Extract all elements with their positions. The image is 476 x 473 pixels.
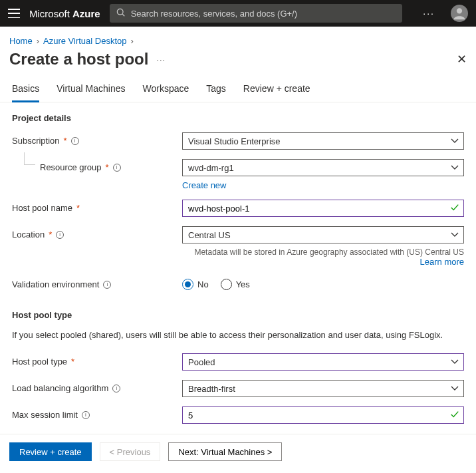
user-avatar[interactable] [451, 5, 468, 22]
learn-more-link[interactable]: Learn more [420, 257, 464, 267]
breadcrumb-home[interactable]: Home [9, 36, 33, 46]
max-session-input[interactable] [182, 406, 464, 424]
info-icon[interactable]: i [71, 137, 79, 145]
section-host-pool-type: Host pool type [12, 310, 464, 320]
search-icon [116, 8, 126, 19]
host-pool-name-input[interactable] [182, 200, 464, 217]
required-icon: * [64, 136, 67, 146]
close-button[interactable]: ✕ [457, 52, 467, 67]
load-balancing-label: Load balancing algorithm [12, 383, 108, 393]
info-icon[interactable]: i [82, 411, 90, 419]
tab-workspace[interactable]: Workspace [142, 78, 189, 102]
breadcrumb: Home › Azure Virtual Desktop › [0, 27, 476, 50]
create-new-link[interactable]: Create new [182, 180, 226, 190]
required-icon: * [71, 357, 74, 367]
menu-toggle[interactable] [8, 9, 20, 18]
location-label: Location [12, 230, 45, 239]
resource-group-label: Resource group [40, 162, 102, 172]
host-pool-type-select[interactable]: Pooled [182, 353, 464, 371]
tab-virtual-machines[interactable]: Virtual Machines [57, 78, 125, 102]
previous-button: < Previous [100, 442, 161, 461]
review-create-button[interactable]: Review + create [9, 442, 92, 461]
tab-review-create[interactable]: Review + create [243, 78, 310, 102]
validation-env-label: Validation environment [12, 279, 99, 289]
svg-point-0 [117, 9, 123, 15]
tab-basics[interactable]: Basics [12, 78, 39, 102]
subscription-label: Subscription [12, 136, 60, 146]
info-icon[interactable]: i [56, 231, 64, 239]
validation-env-no[interactable]: No [182, 279, 209, 290]
tab-tags[interactable]: Tags [206, 78, 226, 102]
breadcrumb-service[interactable]: Azure Virtual Desktop [43, 36, 127, 46]
host-pool-type-description: If you select pooled (shared), users wil… [12, 329, 464, 341]
next-button[interactable]: Next: Virtual Machines > [168, 442, 282, 461]
required-icon: * [106, 162, 109, 172]
svg-point-2 [457, 8, 462, 13]
location-helper: Metadata will be stored in Azure geograp… [194, 247, 464, 257]
required-icon: * [76, 203, 80, 213]
load-balancing-select[interactable]: Breadth-first [182, 380, 464, 397]
max-session-label: Max session limit [12, 410, 78, 420]
global-search[interactable] [110, 4, 402, 23]
svg-line-1 [122, 14, 124, 16]
info-icon[interactable]: i [103, 281, 111, 289]
subscription-select[interactable]: Visual Studio Enterprise [182, 132, 464, 150]
info-icon[interactable]: i [113, 164, 121, 172]
brand: Microsoft Azure [29, 8, 100, 19]
host-pool-name-label: Host pool name [12, 203, 72, 213]
search-input[interactable] [131, 9, 396, 19]
chevron-right-icon: › [131, 36, 134, 46]
location-select[interactable]: Central US [182, 226, 464, 243]
section-project-details: Project details [12, 113, 464, 123]
host-pool-type-label: Host pool type [12, 357, 67, 367]
info-icon[interactable]: i [112, 385, 120, 393]
validation-env-yes[interactable]: Yes [221, 279, 250, 290]
tab-bar: Basics Virtual Machines Workspace Tags R… [0, 78, 476, 102]
title-more-icon[interactable]: ··· [156, 55, 166, 65]
chevron-right-icon: › [37, 36, 39, 46]
required-icon: * [49, 230, 52, 239]
page-title: Create a host pool [9, 50, 148, 69]
more-menu[interactable]: ··· [423, 8, 435, 19]
resource-group-select[interactable]: wvd-dm-rg1 [182, 159, 464, 176]
